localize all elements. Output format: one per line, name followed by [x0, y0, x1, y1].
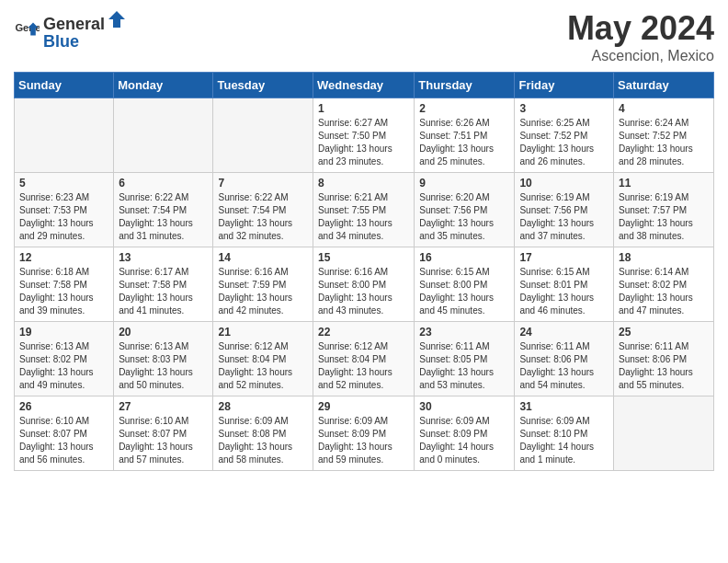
day-info: Sunrise: 6:13 AM Sunset: 8:02 PM Dayligh… — [19, 340, 108, 392]
sunset-text: Sunset: 7:53 PM — [19, 204, 108, 217]
sunrise-text: Sunrise: 6:21 AM — [318, 191, 409, 204]
calendar-day-cell: 8 Sunrise: 6:21 AM Sunset: 7:55 PM Dayli… — [313, 173, 415, 247]
day-info: Sunrise: 6:25 AM Sunset: 7:52 PM Dayligh… — [519, 117, 609, 168]
sunrise-text: Sunrise: 6:17 AM — [119, 266, 208, 279]
day-info: Sunrise: 6:26 AM Sunset: 7:51 PM Dayligh… — [419, 117, 509, 168]
daylight-text: Daylight: 13 hours and 49 minutes. — [19, 366, 108, 392]
header: General General Blue May 2024 Ascencion,… — [14, 9, 714, 64]
sunset-text: Sunset: 7:58 PM — [19, 279, 108, 292]
daylight-text: Daylight: 13 hours and 37 minutes. — [519, 217, 609, 243]
sunset-text: Sunset: 8:04 PM — [318, 353, 409, 366]
sunrise-text: Sunrise: 6:11 AM — [619, 340, 709, 353]
day-number: 29 — [318, 400, 409, 413]
daylight-text: Daylight: 13 hours and 56 minutes. — [19, 441, 108, 466]
day-number: 18 — [619, 251, 709, 264]
daylight-text: Daylight: 13 hours and 26 minutes. — [519, 143, 609, 168]
calendar-day-cell: 18 Sunrise: 6:14 AM Sunset: 8:02 PM Dayl… — [614, 247, 714, 322]
calendar-day-cell: 2 Sunrise: 6:26 AM Sunset: 7:51 PM Dayli… — [415, 98, 515, 173]
sunset-text: Sunset: 8:05 PM — [419, 353, 509, 366]
calendar-day-cell — [213, 98, 313, 173]
calendar-day-cell: 19 Sunrise: 6:13 AM Sunset: 8:02 PM Dayl… — [15, 322, 114, 396]
day-number: 6 — [119, 177, 208, 190]
sunset-text: Sunset: 7:56 PM — [419, 204, 509, 217]
logo-general-text: General — [43, 15, 105, 34]
calendar-day-cell: 1 Sunrise: 6:27 AM Sunset: 7:50 PM Dayli… — [313, 98, 415, 173]
daylight-text: Daylight: 13 hours and 45 minutes. — [419, 292, 509, 317]
day-number: 9 — [419, 177, 509, 190]
sunset-text: Sunset: 8:08 PM — [218, 428, 308, 441]
sunrise-text: Sunrise: 6:10 AM — [119, 415, 208, 428]
calendar-day-cell: 16 Sunrise: 6:15 AM Sunset: 8:00 PM Dayl… — [415, 247, 515, 322]
day-number: 16 — [419, 251, 509, 264]
sunset-text: Sunset: 7:59 PM — [218, 279, 308, 292]
sunset-text: Sunset: 7:57 PM — [619, 204, 709, 217]
day-number: 20 — [119, 326, 208, 339]
calendar-week-row: 1 Sunrise: 6:27 AM Sunset: 7:50 PM Dayli… — [15, 98, 714, 173]
daylight-text: Daylight: 13 hours and 39 minutes. — [19, 292, 108, 317]
sunrise-text: Sunrise: 6:15 AM — [419, 266, 509, 279]
logo-flag-icon — [107, 9, 127, 29]
daylight-text: Daylight: 13 hours and 31 minutes. — [119, 217, 208, 243]
calendar-day-cell — [15, 98, 114, 173]
day-info: Sunrise: 6:12 AM Sunset: 8:04 PM Dayligh… — [318, 340, 409, 392]
day-number: 5 — [19, 177, 108, 190]
calendar-day-cell: 24 Sunrise: 6:11 AM Sunset: 8:06 PM Dayl… — [515, 322, 614, 396]
sunset-text: Sunset: 8:02 PM — [619, 279, 709, 292]
calendar-title: May 2024 — [567, 9, 714, 48]
sunset-text: Sunset: 8:09 PM — [318, 428, 409, 441]
day-info: Sunrise: 6:18 AM Sunset: 7:58 PM Dayligh… — [19, 266, 108, 317]
sunrise-text: Sunrise: 6:11 AM — [419, 340, 509, 353]
day-info: Sunrise: 6:09 AM Sunset: 8:08 PM Dayligh… — [218, 415, 308, 466]
day-info: Sunrise: 6:22 AM Sunset: 7:54 PM Dayligh… — [218, 191, 308, 243]
sunrise-text: Sunrise: 6:22 AM — [218, 191, 308, 204]
calendar-day-cell: 9 Sunrise: 6:20 AM Sunset: 7:56 PM Dayli… — [415, 173, 515, 247]
day-info: Sunrise: 6:11 AM Sunset: 8:06 PM Dayligh… — [519, 340, 609, 392]
calendar-day-cell: 21 Sunrise: 6:12 AM Sunset: 8:04 PM Dayl… — [213, 322, 313, 396]
sunrise-text: Sunrise: 6:09 AM — [519, 415, 609, 428]
day-info: Sunrise: 6:11 AM Sunset: 8:05 PM Dayligh… — [419, 340, 509, 392]
sunset-text: Sunset: 8:09 PM — [419, 428, 509, 441]
day-info: Sunrise: 6:22 AM Sunset: 7:54 PM Dayligh… — [119, 191, 208, 243]
sunset-text: Sunset: 7:55 PM — [318, 204, 409, 217]
day-number: 1 — [318, 102, 409, 115]
daylight-text: Daylight: 13 hours and 59 minutes. — [318, 441, 409, 466]
daylight-text: Daylight: 13 hours and 23 minutes. — [318, 143, 409, 168]
day-info: Sunrise: 6:15 AM Sunset: 8:01 PM Dayligh… — [519, 266, 609, 317]
day-number: 25 — [619, 326, 709, 339]
weekday-header: Friday — [515, 73, 614, 98]
daylight-text: Daylight: 14 hours and 0 minutes. — [419, 441, 509, 466]
calendar-day-cell — [614, 396, 714, 471]
daylight-text: Daylight: 13 hours and 28 minutes. — [619, 143, 709, 168]
daylight-text: Daylight: 13 hours and 58 minutes. — [218, 441, 308, 466]
sunrise-text: Sunrise: 6:12 AM — [318, 340, 409, 353]
day-info: Sunrise: 6:16 AM Sunset: 8:00 PM Dayligh… — [318, 266, 409, 317]
day-number: 3 — [519, 102, 609, 115]
calendar-week-row: 5 Sunrise: 6:23 AM Sunset: 7:53 PM Dayli… — [15, 173, 714, 247]
daylight-text: Daylight: 13 hours and 32 minutes. — [218, 217, 308, 243]
daylight-text: Daylight: 13 hours and 25 minutes. — [419, 143, 509, 168]
calendar-week-row: 26 Sunrise: 6:10 AM Sunset: 8:07 PM Dayl… — [15, 396, 714, 471]
sunrise-text: Sunrise: 6:16 AM — [318, 266, 409, 279]
day-number: 15 — [318, 251, 409, 264]
sunrise-text: Sunrise: 6:09 AM — [218, 415, 308, 428]
day-info: Sunrise: 6:19 AM Sunset: 7:57 PM Dayligh… — [619, 191, 709, 243]
calendar-header-row: SundayMondayTuesdayWednesdayThursdayFrid… — [15, 73, 714, 98]
sunrise-text: Sunrise: 6:09 AM — [318, 415, 409, 428]
day-info: Sunrise: 6:20 AM Sunset: 7:56 PM Dayligh… — [419, 191, 509, 243]
sunrise-text: Sunrise: 6:12 AM — [218, 340, 308, 353]
calendar-day-cell: 26 Sunrise: 6:10 AM Sunset: 8:07 PM Dayl… — [15, 396, 114, 471]
weekday-header: Saturday — [614, 73, 714, 98]
calendar-table: SundayMondayTuesdayWednesdayThursdayFrid… — [14, 72, 714, 471]
sunrise-text: Sunrise: 6:23 AM — [19, 191, 108, 204]
calendar-day-cell — [114, 98, 213, 173]
sunset-text: Sunset: 7:58 PM — [119, 279, 208, 292]
day-info: Sunrise: 6:10 AM Sunset: 8:07 PM Dayligh… — [119, 415, 208, 466]
calendar-day-cell: 29 Sunrise: 6:09 AM Sunset: 8:09 PM Dayl… — [313, 396, 415, 471]
calendar-week-row: 12 Sunrise: 6:18 AM Sunset: 7:58 PM Dayl… — [15, 247, 714, 322]
sunrise-text: Sunrise: 6:20 AM — [419, 191, 509, 204]
daylight-text: Daylight: 13 hours and 52 minutes. — [218, 366, 308, 392]
sunrise-text: Sunrise: 6:26 AM — [419, 117, 509, 130]
logo-blue-text: Blue — [43, 32, 127, 52]
day-number: 28 — [218, 400, 308, 413]
calendar-day-cell: 25 Sunrise: 6:11 AM Sunset: 8:06 PM Dayl… — [614, 322, 714, 396]
